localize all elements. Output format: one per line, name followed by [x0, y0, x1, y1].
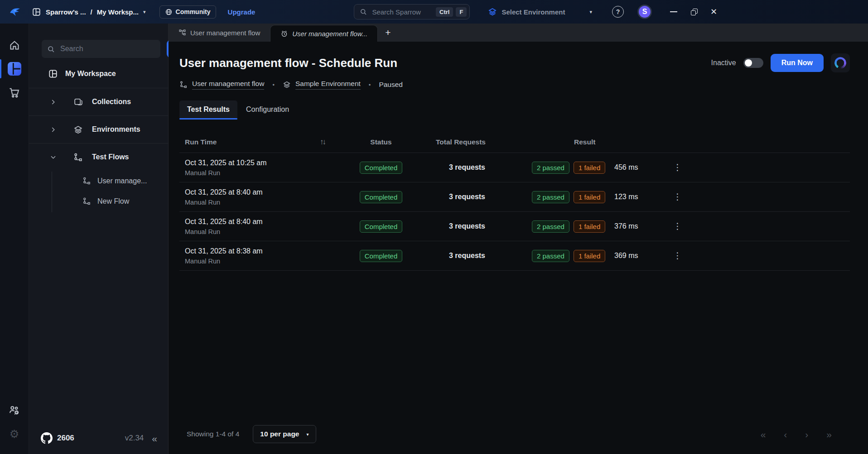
next-page-icon[interactable]: ›	[805, 430, 808, 439]
tab-user-management-flow-schedule[interactable]: User management flow...	[270, 25, 378, 42]
passed-badge: 2 passed	[532, 250, 569, 262]
search-input[interactable]	[371, 8, 433, 16]
run-time: Oct 31, 2025 at 8:38 am	[185, 247, 320, 255]
sparrow-logo-icon	[9, 6, 21, 18]
schedule-state: Paused	[379, 81, 403, 89]
collapse-sidebar-icon[interactable]: «	[152, 434, 157, 443]
github-icon	[41, 432, 53, 444]
community-badge[interactable]: Community	[159, 5, 216, 19]
total-requests-value: 3 requests	[449, 163, 485, 172]
tab-configuration[interactable]: Configuration	[238, 100, 297, 119]
github-link[interactable]: 2606	[41, 432, 74, 444]
chevron-down-icon: ▾	[306, 432, 309, 437]
test-flow-icon	[82, 177, 91, 185]
row-menu-icon[interactable]: ⋮	[673, 251, 682, 260]
bullet: •	[272, 81, 275, 88]
run-type: Manual Run	[185, 228, 320, 235]
sidebar-item-collections[interactable]: Collections	[29, 88, 168, 115]
status-badge: Completed	[360, 191, 403, 203]
layers-icon	[488, 7, 497, 16]
row-menu-icon[interactable]: ⋮	[673, 162, 682, 172]
activity-rail: ⚙	[0, 24, 29, 454]
col-status: Status	[347, 138, 415, 146]
passed-badge: 2 passed	[532, 162, 569, 174]
environment-selector-label: Select Environment	[502, 8, 565, 16]
flow-item-user-management[interactable]: User manage...	[52, 171, 168, 191]
workspace-icon	[32, 7, 41, 17]
duration-value: 123 ms	[610, 193, 664, 201]
page-title: User management flow - Schedule Run	[179, 56, 397, 70]
flow-item-label: User manage...	[97, 177, 147, 185]
workspace-switcher[interactable]: Sparrow's ... / My Worksp... ▾	[32, 7, 146, 17]
sidebar-footer: 2606 v2.34 «	[29, 432, 168, 454]
col-run-time: Run Time	[179, 138, 320, 146]
tab-user-management-flow[interactable]: User management flow	[169, 24, 270, 42]
sidebar-search-input[interactable]	[59, 44, 155, 53]
help-button[interactable]: ?	[612, 6, 624, 18]
row-menu-icon[interactable]: ⋮	[673, 221, 682, 231]
github-stars: 2606	[57, 434, 74, 443]
community-people-icon[interactable]	[0, 399, 29, 422]
test-flows-children: User manage... New Flow	[52, 171, 168, 216]
first-page-icon[interactable]: «	[761, 430, 766, 439]
detail-tabs: Test Results Configuration	[179, 100, 850, 119]
per-page-dropdown[interactable]: 10 per page ▾	[253, 425, 316, 443]
test-flow-icon	[73, 153, 83, 162]
run-type: Manual Run	[185, 169, 320, 177]
showing-count: Showing 1-4 of 4	[187, 430, 239, 438]
avatar[interactable]: S	[637, 5, 652, 19]
failed-badge: 1 failed	[574, 250, 605, 262]
sidebar-item-test-flows[interactable]: Test Flows	[29, 143, 168, 171]
sidebar-item-environments[interactable]: Environments	[29, 116, 168, 143]
status-badge: Completed	[360, 162, 403, 174]
flow-hierarchy-icon	[178, 29, 186, 37]
new-tab-button[interactable]: +	[385, 27, 391, 38]
workspace-label: My Workspace	[65, 70, 116, 78]
total-requests-value: 3 requests	[449, 193, 485, 201]
test-results-table: Run Time ↑↓ Status Total Requests Result…	[179, 131, 850, 271]
sidebar-workspace-header[interactable]: My Workspace	[29, 58, 168, 88]
flow-item-new-flow[interactable]: New Flow	[52, 191, 168, 211]
alarm-clock-icon	[280, 30, 288, 38]
home-icon[interactable]	[0, 33, 29, 57]
minimize-button[interactable]	[670, 11, 677, 12]
main-area: User management flow User management flo…	[169, 24, 868, 454]
chevron-down-icon[interactable]: ▾	[143, 9, 146, 15]
environment-selector[interactable]: Select Environment ▾	[488, 7, 592, 16]
close-button[interactable]: ✕	[710, 8, 717, 16]
tab-test-results[interactable]: Test Results	[179, 100, 237, 119]
breadcrumb: User management flow • Sample Environmen…	[179, 80, 850, 90]
restore-button[interactable]	[691, 9, 698, 15]
duration-value: 456 ms	[610, 163, 664, 172]
run-now-button[interactable]: Run Now	[771, 54, 824, 72]
table-footer: Showing 1-4 of 4 10 per page ▾ « ‹ › »	[179, 417, 850, 454]
prev-page-icon[interactable]: ‹	[784, 430, 787, 439]
upgrade-link[interactable]: Upgrade	[228, 8, 256, 16]
per-page-label: 10 per page	[260, 430, 299, 438]
breadcrumb-flow-label: User management flow	[192, 80, 264, 90]
breadcrumb-separator: /	[91, 8, 92, 16]
settings-gear-icon[interactable]: ⚙	[0, 422, 29, 446]
breadcrumb-flow-link[interactable]: User management flow	[179, 80, 264, 90]
breadcrumb-environment-link[interactable]: Sample Environment	[283, 80, 361, 90]
row-menu-icon[interactable]: ⋮	[673, 192, 682, 201]
flow-item-label: New Flow	[97, 197, 129, 205]
search-icon	[47, 45, 55, 53]
pagination: « ‹ › »	[761, 430, 832, 439]
schedule-toggle[interactable]	[743, 58, 763, 68]
sort-icon[interactable]: ↑↓	[320, 138, 347, 147]
sidebar-search[interactable]	[42, 40, 160, 58]
tab-label: User management flow...	[292, 30, 367, 38]
marketplace-cart-icon[interactable]	[0, 81, 29, 104]
table-row: Oct 31, 2025 at 8:40 am Manual Run Compl…	[179, 212, 850, 241]
test-flows-label: Test Flows	[92, 153, 129, 161]
total-requests-value: 3 requests	[449, 222, 485, 230]
chevron-down-icon: ▾	[589, 9, 592, 15]
col-total-requests: Total Requests	[415, 138, 519, 146]
global-search[interactable]: Ctrl F	[354, 4, 470, 19]
environments-icon	[73, 125, 83, 134]
col-result: Result	[519, 138, 610, 146]
workspace-module-icon[interactable]	[0, 57, 29, 81]
last-page-icon[interactable]: »	[826, 430, 832, 439]
f-key-badge: F	[456, 7, 467, 17]
